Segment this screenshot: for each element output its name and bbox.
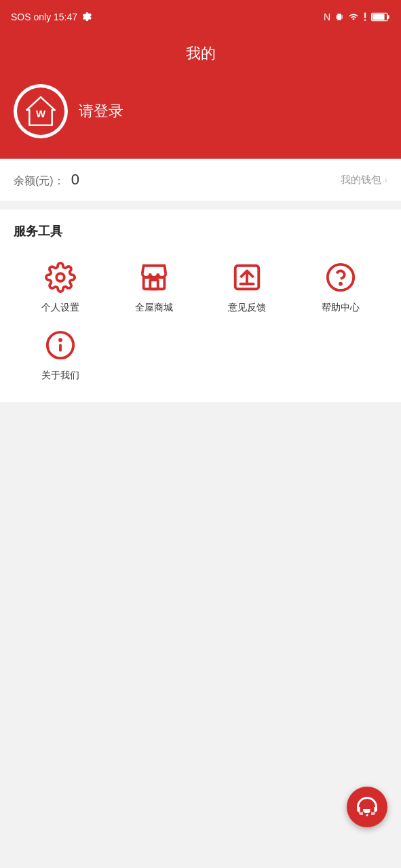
page-title: 我的 xyxy=(0,43,401,64)
service-item-help-center[interactable]: 帮助中心 xyxy=(294,253,387,321)
gear-settings-icon xyxy=(43,260,78,295)
service-grid-row1: 个人设置 全屋商城 xyxy=(14,253,387,321)
info-circle-icon xyxy=(43,328,78,363)
gear-icon xyxy=(81,12,92,22)
header: 我的 xyxy=(0,34,401,77)
chevron-right-icon: › xyxy=(384,174,387,185)
full-house-mall-label: 全屋商城 xyxy=(135,302,173,314)
vibrate-icon xyxy=(335,12,344,22)
help-circle-icon xyxy=(323,260,358,295)
balance-value: 0 xyxy=(71,171,79,189)
svg-rect-6 xyxy=(387,15,389,19)
edit-feedback-icon xyxy=(229,260,265,295)
headset-icon xyxy=(355,795,379,819)
balance-left: 余额(元)： 0 xyxy=(14,171,79,189)
svg-rect-0 xyxy=(337,14,341,20)
support-button[interactable] xyxy=(347,787,387,827)
store-icon xyxy=(136,260,172,295)
service-section: 服务工具 个人设置 全屋商城 xyxy=(0,210,401,402)
status-bar: SOS only 15:47 N xyxy=(0,0,401,34)
feedback-label: 意见反馈 xyxy=(228,302,266,314)
status-right: N xyxy=(324,12,390,22)
svg-point-21 xyxy=(366,814,368,816)
balance-label: 余额(元)： xyxy=(14,174,64,189)
service-section-title: 服务工具 xyxy=(14,223,387,239)
login-prompt[interactable]: 请登录 xyxy=(79,101,123,121)
svg-point-10 xyxy=(56,273,64,281)
svg-rect-1 xyxy=(336,15,337,19)
svg-text:W: W xyxy=(36,108,46,119)
svg-rect-4 xyxy=(364,20,366,21)
balance-section: 余额(元)： 0 我的钱包 › xyxy=(0,159,401,201)
svg-rect-3 xyxy=(364,13,366,18)
svg-rect-7 xyxy=(373,14,385,20)
service-grid-row2: 关于我们 xyxy=(14,321,387,389)
battery-icon xyxy=(371,12,390,22)
wifi-icon xyxy=(348,12,359,22)
service-item-full-house-mall[interactable]: 全屋商城 xyxy=(107,253,201,321)
wallet-text: 我的钱包 xyxy=(341,174,381,186)
about-us-label: 关于我们 xyxy=(41,370,79,382)
status-left: SOS only 15:47 xyxy=(11,12,92,22)
service-item-personal-settings[interactable]: 个人设置 xyxy=(14,253,107,321)
wallet-link[interactable]: 我的钱包 › xyxy=(341,174,387,186)
signal-icon xyxy=(363,12,367,22)
personal-settings-label: 个人设置 xyxy=(41,302,79,314)
status-text: SOS only 15:47 xyxy=(11,12,77,22)
brand-logo-icon: W xyxy=(24,94,58,128)
service-item-feedback[interactable]: 意见反馈 xyxy=(201,253,294,321)
svg-rect-12 xyxy=(150,280,158,289)
svg-rect-2 xyxy=(342,15,343,19)
help-center-label: 帮助中心 xyxy=(322,302,360,314)
avatar[interactable]: W xyxy=(14,84,68,138)
nfc-icon: N xyxy=(324,12,330,22)
service-item-about-us[interactable]: 关于我们 xyxy=(14,321,107,389)
profile-section[interactable]: W 请登录 xyxy=(0,77,401,159)
